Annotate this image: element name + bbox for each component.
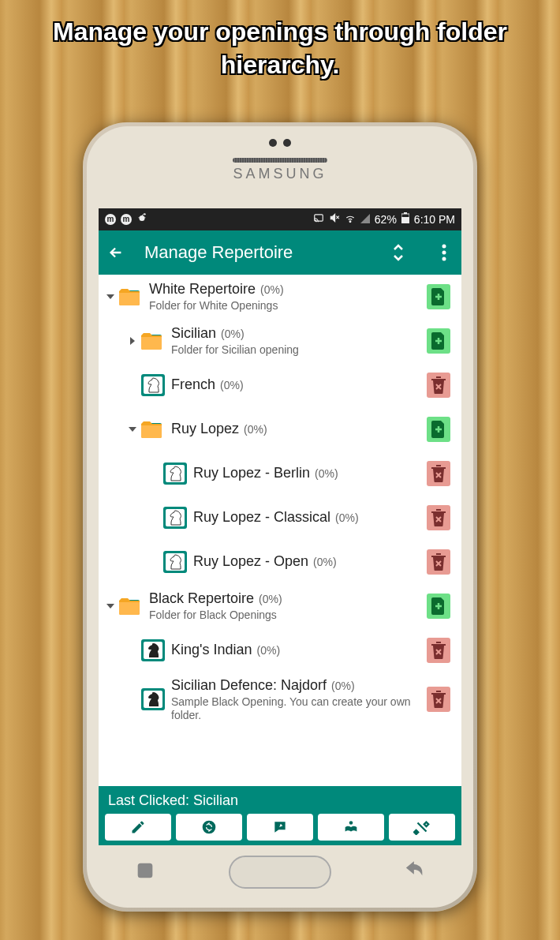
opening-name: Sicilian Defence: Najdorf [171, 677, 327, 693]
phone-brand: SAMSUNG [95, 166, 465, 182]
opening-pct: (0%) [259, 593, 282, 605]
delete-button[interactable] [427, 638, 450, 663]
opening-sub: Folder for White Openings [149, 299, 422, 313]
delete-button[interactable] [427, 549, 450, 575]
tree-row[interactable]: Ruy Lopez - Classical(0%) [99, 496, 461, 540]
chevron-down-icon[interactable] [124, 424, 141, 435]
row-label: Sicilian(0%)Folder for Sicilian opening [171, 325, 427, 357]
opening-name: Ruy Lopez - Open [193, 553, 308, 569]
svg-rect-30 [414, 830, 418, 834]
add-button[interactable] [427, 328, 450, 354]
comment-button[interactable] [247, 814, 313, 841]
row-label: Sicilian Defence: Najdorf(0%)Sample Blac… [171, 677, 427, 722]
opening-pct: (0%) [220, 379, 244, 391]
tree-row[interactable]: Sicilian Defence: Najdorf(0%)Sample Blac… [99, 672, 461, 727]
opening-name: Sicilian [171, 325, 216, 341]
page-title: Manage Repertoire [144, 242, 370, 263]
svg-point-29 [349, 821, 353, 825]
recent-apps-icon [134, 859, 156, 885]
white-knight-icon [163, 551, 187, 573]
learn-button[interactable] [318, 814, 384, 841]
back-button[interactable] [105, 242, 127, 264]
tree-row[interactable]: French(0%) [99, 363, 461, 407]
add-button[interactable] [427, 594, 450, 619]
overflow-menu-button[interactable] [433, 242, 455, 264]
expand-collapse-button[interactable] [387, 242, 409, 264]
footer: Last Clicked: Sicilian [99, 786, 461, 845]
tree-row[interactable]: Ruy Lopez - Open(0%) [99, 540, 461, 584]
opening-pct: (0%) [260, 283, 284, 296]
tools-button[interactable] [389, 814, 455, 841]
delete-button[interactable] [427, 461, 450, 486]
delete-button[interactable] [427, 505, 450, 530]
status-bar: m m 62% 6:10 PM [99, 208, 461, 230]
promo-caption: Manage your openings through folder hier… [0, 0, 560, 81]
row-label: French(0%) [171, 376, 427, 393]
svg-point-28 [203, 820, 216, 833]
row-label: Ruy Lopez - Berlin(0%) [193, 465, 427, 481]
add-button[interactable] [427, 284, 450, 309]
sync-button[interactable] [176, 814, 242, 841]
opening-name: Ruy Lopez - Classical [193, 509, 330, 525]
row-label: White Repertoire(0%)Folder for White Ope… [149, 281, 427, 313]
row-label: Ruy Lopez - Classical(0%) [193, 509, 427, 526]
opening-pct: (0%) [257, 644, 281, 657]
chevron-down-icon[interactable] [102, 291, 119, 302]
tree-row[interactable]: King's Indian(0%) [99, 628, 461, 672]
white-knight-icon [163, 463, 187, 485]
opening-sub: Sample Black Opening. You can create you… [171, 695, 422, 722]
chevron-right-icon[interactable] [124, 335, 141, 346]
black-knight-icon [141, 688, 165, 710]
mute-icon [329, 212, 340, 226]
opening-pct: (0%) [331, 680, 355, 692]
tree-row[interactable]: Black Repertoire(0%)Folder for Black Ope… [99, 584, 461, 628]
opening-sub: Folder for Sicilian opening [171, 343, 422, 357]
chevron-down-icon[interactable] [102, 601, 119, 612]
opening-name: White Repertoire [149, 281, 256, 297]
opening-name: King's Indian [171, 642, 252, 657]
white-knight-icon [141, 374, 165, 396]
svg-rect-31 [139, 864, 151, 877]
screen: m m 62% 6:10 PM Manage Repertoire [99, 208, 461, 845]
back-nav-icon [404, 859, 426, 885]
svg-rect-7 [401, 217, 409, 223]
status-icon-m2: m [121, 214, 132, 225]
row-label: Ruy Lopez(0%) [171, 421, 427, 437]
opening-name: Black Repertoire [149, 590, 254, 606]
row-label: Black Repertoire(0%)Folder for Black Ope… [149, 590, 427, 622]
row-label: Ruy Lopez - Open(0%) [193, 553, 427, 570]
svg-point-0 [140, 216, 145, 222]
opening-sub: Folder for Black Openings [149, 609, 422, 622]
status-time: 6:10 PM [414, 213, 455, 226]
svg-point-5 [349, 221, 351, 223]
svg-rect-8 [404, 212, 407, 214]
opening-pct: (0%) [221, 328, 245, 340]
folder-icon [141, 418, 165, 440]
opening-name: Ruy Lopez [171, 421, 239, 436]
battery-icon [401, 212, 409, 226]
folder-icon [119, 595, 143, 617]
signal-icon [360, 213, 370, 226]
black-knight-icon [141, 639, 165, 661]
phone-frame: SAMSUNG m m 62% 6:10 PM [83, 122, 477, 912]
home-button[interactable] [229, 856, 331, 889]
tree-row[interactable]: Ruy Lopez(0%) [99, 407, 461, 451]
delete-button[interactable] [427, 373, 450, 398]
phone-top: SAMSUNG [95, 134, 465, 208]
add-button[interactable] [427, 417, 450, 442]
tree-row[interactable]: Ruy Lopez - Berlin(0%) [99, 451, 461, 496]
battery-pct: 62% [375, 213, 397, 226]
white-knight-icon [163, 507, 187, 529]
cast-icon [313, 212, 324, 226]
delete-button[interactable] [427, 687, 450, 712]
opening-tree[interactable]: White Repertoire(0%)Folder for White Ope… [99, 275, 461, 786]
edit-button[interactable] [105, 814, 171, 841]
tree-row[interactable]: White Repertoire(0%)Folder for White Ope… [99, 275, 461, 319]
opening-pct: (0%) [335, 511, 359, 524]
tree-row[interactable]: Sicilian(0%)Folder for Sicilian opening [99, 319, 461, 363]
opening-pct: (0%) [244, 423, 267, 436]
svg-point-10 [442, 250, 446, 254]
folder-icon [141, 330, 165, 352]
row-label: King's Indian(0%) [171, 642, 427, 658]
status-icon-m1: m [105, 214, 116, 225]
